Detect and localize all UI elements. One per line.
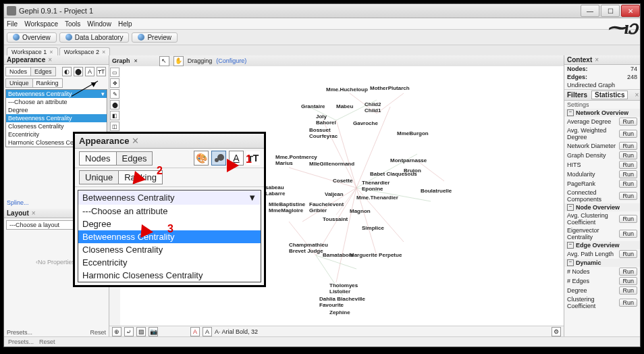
tool-eraser-icon[interactable]: ◫ (110, 122, 119, 131)
close-icon[interactable]: × (595, 56, 599, 64)
size-icon[interactable] (211, 151, 226, 166)
tab-nodes[interactable]: Nodes (5, 67, 31, 76)
settings-label: Settings (567, 101, 589, 108)
stat-row: # EdgesRun (564, 276, 640, 286)
cat-node-overview: −Node Overview (564, 203, 640, 211)
run-button[interactable]: Run (619, 142, 637, 150)
run-button[interactable]: Run (619, 215, 637, 223)
tool-select-icon[interactable]: ▭ (110, 68, 119, 77)
run-button[interactable]: Run (619, 268, 637, 276)
run-button[interactable]: Run (619, 286, 637, 295)
label-color-icon[interactable]: A (85, 67, 95, 76)
overlay-attribute-select[interactable]: Betweenness Centrality▼ ---Choose an att… (78, 190, 261, 282)
close-icon[interactable]: × (102, 49, 105, 55)
label-size-icon[interactable]: ᴛT (97, 67, 106, 76)
tool-move-icon[interactable]: ✥ (110, 78, 119, 88)
pointer-icon[interactable]: ↖ (159, 56, 169, 66)
center-icon[interactable]: ⊕ (112, 327, 122, 336)
configure-link[interactable]: (Configure) (216, 57, 246, 64)
tab-edges[interactable]: Edges (30, 67, 56, 76)
cat-network-overview: −Network Overview (564, 109, 640, 117)
run-button[interactable]: Run (619, 180, 637, 188)
context-header: Context× (564, 55, 640, 65)
font-label[interactable]: A· Arial Bold, 32 (215, 328, 258, 335)
cat-edge-overview: −Edge Overview (564, 241, 640, 249)
run-button[interactable]: Run (619, 250, 637, 258)
mode-toolbar: Overview Data Laboratory Preview ⁓ıɔ (4, 30, 640, 45)
menu-help[interactable]: Help (118, 20, 132, 28)
presets-link[interactable]: Presets... (7, 329, 32, 336)
stat-row: Average DegreeRun (564, 117, 640, 126)
app-icon (7, 6, 16, 16)
run-button[interactable]: Run (619, 230, 637, 238)
run-button[interactable]: Run (619, 192, 637, 200)
presets-status[interactable]: Presets... (8, 338, 34, 345)
menu-window[interactable]: Window (87, 20, 111, 28)
mode-datalab[interactable]: Data Laboratory (59, 32, 130, 43)
run-button[interactable]: Run (619, 170, 637, 178)
cat-dynamic: −Dynamic (564, 259, 640, 267)
size-icon[interactable]: ⬤ (74, 67, 83, 76)
mode-preview[interactable]: Preview (132, 32, 178, 43)
close-icon[interactable]: × (49, 49, 53, 55)
minimize-button[interactable]: — (581, 5, 599, 17)
stat-row: # NodesRun (564, 267, 640, 276)
close-icon[interactable]: × (635, 91, 639, 99)
label-a-icon[interactable]: A (190, 327, 200, 336)
close-icon[interactable]: × (48, 56, 52, 64)
run-button[interactable]: Run (619, 277, 637, 285)
chevron-down-icon: ▼ (248, 193, 257, 203)
close-icon[interactable]: × (134, 57, 138, 64)
subtab-unique[interactable]: Unique (5, 78, 33, 88)
palette-icon[interactable]: ◐ (62, 67, 72, 76)
stat-row: Eigenvector CentralityRun (564, 226, 640, 241)
menu-tools[interactable]: Tools (65, 20, 80, 28)
stat-row: Clustering CoefficientRun (564, 295, 640, 310)
run-button[interactable]: Run (619, 161, 637, 169)
run-button[interactable]: Run (619, 130, 637, 138)
palette-icon[interactable]: 🎨 (194, 151, 209, 166)
stat-row: Graph DensityRun (564, 151, 640, 160)
svg-point-21 (217, 154, 224, 161)
maximize-button[interactable]: ☐ (601, 5, 620, 17)
tab-filters[interactable]: Filters (567, 91, 587, 99)
stat-row: Avg. Clustering CoefficientRun (564, 211, 640, 226)
close-icon[interactable]: ✕ (132, 136, 139, 146)
reset-status[interactable]: Reset (39, 338, 55, 345)
appearance-overlay: Appearance ✕ Nodes Edges 🎨 A ᴛT Unique R… (73, 132, 266, 287)
hand-icon[interactable]: ✋ (173, 56, 184, 66)
graph-bottom-toolbar: ⊕ ⤾ ▧ 📷 A A A· Arial Bold, 32 ⚙ (109, 326, 564, 337)
tool-size-icon[interactable]: ⬤ (110, 100, 119, 109)
run-button[interactable]: Run (619, 151, 637, 159)
overlay-title: Appearance (79, 136, 129, 146)
settings-icon[interactable]: ⚙ (552, 327, 561, 336)
subtab-ranking[interactable]: Ranking (32, 78, 63, 88)
close-button[interactable]: ✕ (621, 5, 640, 17)
globe-icon (13, 34, 20, 41)
mode-overview[interactable]: Overview (7, 32, 57, 43)
overlay-subtab-unique[interactable]: Unique (79, 170, 119, 184)
run-button[interactable]: Run (619, 118, 637, 126)
stats-tabs: Filters Statistics × (564, 90, 640, 101)
run-button[interactable]: Run (619, 299, 637, 307)
overlay-tab-nodes[interactable]: Nodes (79, 151, 117, 166)
tab-statistics[interactable]: Statistics (591, 91, 628, 99)
window-title: Gephi 0.9.1 - Project 1 (19, 7, 579, 15)
globe-icon (65, 34, 72, 41)
overlay-tab-edges[interactable]: Edges (116, 151, 153, 166)
menu-file[interactable]: File (7, 20, 18, 28)
screenshot-icon[interactable]: 📷 (149, 327, 158, 336)
tool-brush-icon[interactable]: ✎ (110, 89, 119, 99)
bg-color-icon[interactable]: ▧ (136, 327, 146, 336)
tool-color-icon[interactable]: ◧ (110, 111, 119, 120)
reset-link[interactable]: Reset (90, 329, 106, 336)
label-a2-icon[interactable]: A (203, 327, 212, 336)
close-icon[interactable]: × (32, 209, 36, 217)
menu-workspace[interactable]: Workspace (24, 20, 58, 28)
stat-row: Network DiameterRun (564, 141, 640, 151)
svg-line-18 (417, 161, 444, 181)
menubar: File Workspace Tools Window Help (4, 18, 640, 30)
gephi-logo: ⁓ıɔ (608, 16, 636, 39)
graph-panel-header: Graph× ↖ ✋ Dragging (Configure) (109, 55, 564, 67)
reset-zoom-icon[interactable]: ⤾ (124, 327, 134, 336)
